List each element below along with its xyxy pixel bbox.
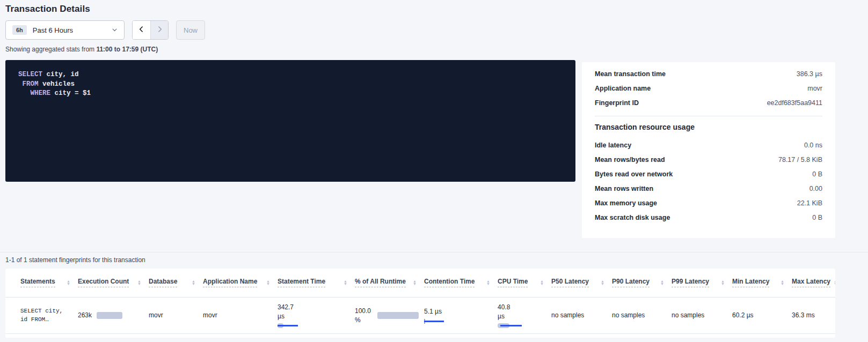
resource-usage-title: Transaction resource usage [595, 123, 822, 131]
cell-cpu-time: 40.8 µs [498, 297, 551, 333]
column-header-runtime-pct[interactable]: % of All Runtime▲▼ [355, 269, 424, 297]
sort-icon[interactable]: ▲▼ [344, 280, 347, 286]
statement-row: SELECT city, id FROM… 263k movr movr 342… [5, 297, 835, 333]
resource-row-max-scratch-disk-usage: Max scratch disk usage 0 B [595, 210, 822, 225]
sort-icon[interactable]: ▲▼ [192, 280, 195, 286]
summary-value: 22.1 KiB [797, 199, 822, 207]
resource-row-bytes-read-over-network: Bytes read over network 0 B [595, 167, 822, 181]
column-header-min-latency[interactable]: Min Latency▲▼ [732, 269, 792, 297]
sql-statement-box: SELECT city, id FROM vehicles WHERE city… [5, 60, 575, 182]
runtime-pct-bar [377, 312, 419, 319]
summary-label: Mean transaction time [595, 70, 666, 78]
column-header-p99-latency[interactable]: P99 Latency▲▼ [672, 269, 732, 297]
column-header-p90-latency[interactable]: P90 Latency▲▼ [612, 269, 672, 297]
summary-value: 0 B [812, 214, 822, 221]
time-range-stepper [132, 20, 169, 40]
statement-time-bar [278, 323, 299, 328]
summary-row-mean-transaction-time: Mean transaction time 386.3 µs [595, 66, 822, 81]
cell-contention-time: 5.1 µs [424, 297, 498, 333]
time-range-dropdown[interactable]: 6h Past 6 Hours [5, 20, 125, 40]
sort-icon[interactable]: ▲▼ [67, 280, 70, 286]
sql-line: WHERE city = $1 [18, 89, 565, 99]
time-range-label: Past 6 Hours [33, 26, 112, 34]
sort-icon[interactable]: ▲▼ [834, 280, 835, 286]
chevron-right-icon [156, 26, 163, 34]
sort-icon[interactable]: ▲▼ [486, 280, 490, 286]
cell-p90-latency: no samples [612, 297, 672, 333]
summary-label: Application name [595, 85, 651, 92]
summary-row-application-name: Application name movr [595, 81, 822, 95]
column-header-contention-time[interactable]: Contention Time▲▼ [424, 269, 498, 297]
summary-value: movr [807, 85, 822, 92]
sort-icon[interactable]: ▲▼ [601, 280, 604, 286]
sort-icon[interactable]: ▲▼ [137, 280, 141, 286]
summary-label: Max memory usage [595, 199, 657, 207]
sort-icon[interactable]: ▲▼ [781, 280, 784, 286]
contention-time-bar [424, 319, 446, 324]
cell-max-latency: 36.3 ms [792, 297, 835, 333]
next-range-button[interactable] [150, 21, 168, 39]
column-header-execution-count[interactable]: Execution Count▲▼ [78, 269, 149, 297]
column-header-statement-time[interactable]: Statement Time▲▼ [278, 269, 355, 297]
resource-row-mean-rows-bytes-read: Mean rows/bytes read 78.17 / 5.8 KiB [595, 152, 822, 167]
summary-value: 0.00 [809, 185, 822, 192]
page-title: Transaction Details [5, 4, 868, 14]
cell-p50-latency: no samples [551, 297, 612, 333]
cpu-time-bar [498, 323, 522, 328]
resource-row-idle-latency: Idle latency 0.0 ns [595, 138, 822, 152]
resource-row-mean-rows-written: Mean rows written 0.00 [595, 181, 822, 196]
sort-icon[interactable]: ▲▼ [721, 280, 725, 286]
aggregated-stats-caption: Showing aggregated stats from 11:00 to 1… [5, 46, 868, 53]
summary-label: Mean rows written [595, 185, 653, 192]
sort-icon[interactable]: ▲▼ [266, 280, 270, 286]
sort-icon[interactable]: ▲▼ [540, 280, 544, 286]
cell-min-latency: 60.2 µs [732, 297, 792, 333]
summary-value: ee2df683f5aa9411 [767, 99, 822, 107]
cell-database: movr [149, 297, 203, 333]
sort-icon[interactable]: ▲▼ [660, 280, 664, 286]
resource-row-max-memory-usage: Max memory usage 22.1 KiB [595, 196, 822, 210]
cell-statement-time: 342.7 µs [278, 297, 355, 333]
sql-line: FROM vehicles [18, 80, 565, 90]
statements-table-card: Statements▲▼ Execution Count▲▼ Database▲… [5, 269, 835, 338]
summary-label: Idle latency [595, 142, 631, 149]
sort-icon[interactable]: ▲▼ [413, 280, 417, 286]
statements-table: Statements▲▼ Execution Count▲▼ Database▲… [5, 269, 835, 334]
table-header-row: Statements▲▼ Execution Count▲▼ Database▲… [5, 269, 835, 297]
cell-p99-latency: no samples [672, 297, 732, 333]
column-header-p50-latency[interactable]: P50 Latency▲▼ [551, 269, 612, 297]
summary-label: Fingerprint ID [595, 99, 639, 107]
column-header-database[interactable]: Database▲▼ [149, 269, 203, 297]
summary-label: Bytes read over network [595, 170, 673, 178]
summary-row-fingerprint-id: Fingerprint ID ee2df683f5aa9411 [595, 95, 822, 110]
summary-value: 386.3 µs [797, 70, 822, 78]
execution-count-bar [97, 312, 122, 319]
chevron-down-icon [112, 25, 118, 35]
section-divider [0, 252, 868, 252]
summary-divider [595, 116, 822, 116]
execution-count-value: 263k [78, 311, 92, 319]
aggregated-stats-text: Showing aggregated stats from [5, 46, 96, 53]
cell-runtime-pct: 100.0 % [355, 297, 424, 333]
time-range-badge: 6h [12, 25, 27, 35]
summary-label: Mean rows/bytes read [595, 156, 665, 163]
column-header-cpu-time[interactable]: CPU Time▲▼ [498, 269, 551, 297]
sql-line: SELECT city, id [18, 70, 565, 80]
summary-label: Max scratch disk usage [595, 214, 670, 221]
chevron-left-icon [138, 26, 145, 34]
column-header-application-name[interactable]: Application Name▲▼ [203, 269, 278, 297]
time-controls: 6h Past 6 Hours Now [5, 20, 868, 40]
now-button[interactable]: Now [176, 20, 205, 40]
statement-fingerprint-link[interactable]: SELECT city, id FROM… [20, 307, 72, 324]
summary-value: 0.0 ns [804, 142, 822, 149]
column-header-max-latency[interactable]: Max Latency▲▼ [792, 269, 835, 297]
statements-count-caption: 1-1 of 1 statement fingerprints for this… [5, 256, 868, 264]
previous-range-button[interactable] [133, 21, 150, 39]
summary-value: 78.17 / 5.8 KiB [778, 156, 822, 163]
cell-statement: SELECT city, id FROM… [5, 297, 78, 333]
aggregated-stats-range: 11:00 to 17:59 (UTC) [96, 46, 158, 53]
cell-application-name: movr [203, 297, 278, 333]
transaction-summary-card: Mean transaction time 386.3 µs Applicati… [582, 62, 835, 238]
summary-value: 0 B [812, 170, 822, 178]
column-header-statements[interactable]: Statements▲▼ [5, 269, 78, 297]
